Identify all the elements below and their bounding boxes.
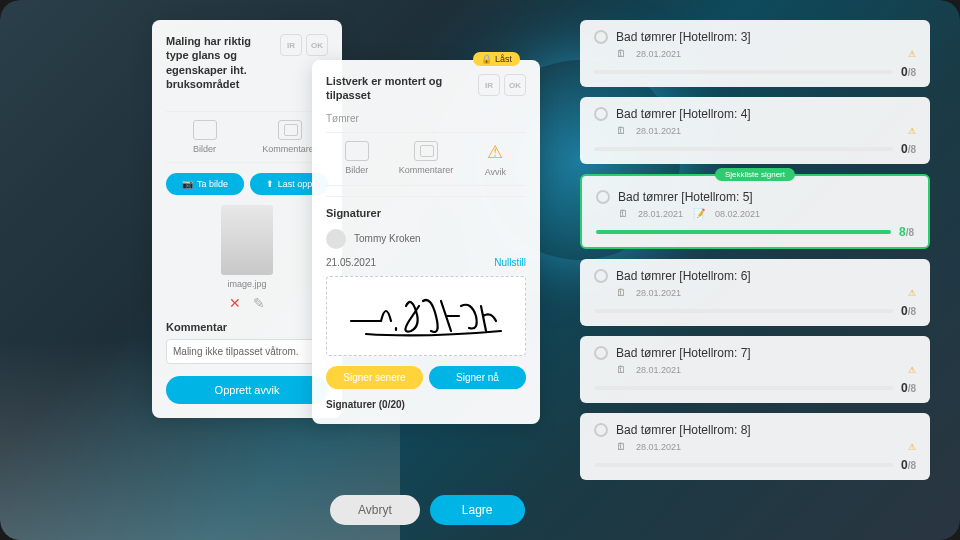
radio-icon[interactable]: [594, 346, 608, 360]
list-item[interactable]: Bad tømrer [Hotellrom: 6] 🗓 28.01.2021 ⚠…: [580, 259, 930, 326]
date-icon: 🗓: [616, 287, 626, 298]
tabs: Bilder Kommentarer: [166, 111, 328, 163]
signed-badge: Sjekkliste signert: [715, 168, 795, 181]
signature-pad[interactable]: [326, 276, 526, 356]
list-item[interactable]: Bad tømrer [Hotellrom: 4] 🗓 28.01.2021 ⚠…: [580, 97, 930, 164]
progress-bar: [594, 147, 893, 151]
checklist-list: Bad tømrer [Hotellrom: 3] 🗓 28.01.2021 ⚠…: [580, 20, 930, 480]
progress-bar: [596, 230, 891, 234]
radio-icon[interactable]: [594, 107, 608, 121]
avatar: [326, 229, 346, 249]
created-date: 28.01.2021: [636, 49, 681, 59]
progress-bar: [594, 386, 893, 390]
image-filename: image.jpg: [166, 279, 328, 289]
signature-drawing: [341, 286, 511, 346]
progress-count: 0/8: [901, 304, 916, 318]
ir-ok-toggle[interactable]: IR OK: [478, 74, 526, 96]
list-item[interactable]: Bad tømrer [Hotellrom: 7] 🗓 28.01.2021 ⚠…: [580, 336, 930, 403]
thumb-actions: ✕ ✎: [166, 295, 328, 311]
upload-icon: ⬆: [266, 179, 274, 189]
locked-badge: 🔒 Låst: [473, 52, 520, 66]
list-item-title: Bad tømrer [Hotellrom: 5]: [618, 190, 753, 204]
signature-date: 21.05.2021: [326, 257, 376, 268]
edit-icon[interactable]: ✎: [253, 295, 265, 311]
created-date: 28.01.2021: [636, 126, 681, 136]
list-item-title: Bad tømrer [Hotellrom: 8]: [616, 423, 751, 437]
signer-name: Tommy Kroken: [354, 233, 421, 244]
progress-bar: [594, 309, 893, 313]
comment-input[interactable]: Maling ikke tilpasset våtrom.: [166, 339, 328, 364]
tabs: Bilder Kommentarer ⚠Avvik: [326, 132, 526, 186]
comment-icon: [414, 141, 438, 161]
created-date: 28.01.2021: [636, 442, 681, 452]
date-icon: 🗓: [616, 125, 626, 136]
sign-later-button[interactable]: Signer senere: [326, 366, 423, 389]
created-date: 28.01.2021: [636, 288, 681, 298]
card-title: Maling har riktig type glans og egenskap…: [166, 34, 280, 91]
progress-count: 0/8: [901, 65, 916, 79]
list-item[interactable]: Sjekkliste signert Bad tømrer [Hotellrom…: [580, 174, 930, 249]
list-item-title: Bad tømrer [Hotellrom: 3]: [616, 30, 751, 44]
created-date: 28.01.2021: [638, 209, 683, 219]
progress-count: 8/8: [899, 225, 914, 239]
tab-bilder[interactable]: Bilder: [326, 141, 387, 177]
image-thumbnail[interactable]: [221, 205, 273, 275]
ok-badge[interactable]: OK: [504, 74, 526, 96]
date-icon: 🗓: [616, 441, 626, 452]
image-icon: [193, 120, 217, 140]
signature-count: Signaturer (0/20): [326, 399, 526, 410]
list-item[interactable]: Bad tømrer [Hotellrom: 3] 🗓 28.01.2021 ⚠…: [580, 20, 930, 87]
reset-link[interactable]: Nullstill: [494, 257, 526, 268]
tab-bilder[interactable]: Bilder: [166, 120, 243, 154]
comment-icon: [278, 120, 302, 140]
bottom-actions: Avbryt Lagre: [330, 495, 525, 525]
edit-date: 08.02.2021: [715, 209, 760, 219]
image-icon: [345, 141, 369, 161]
edit-date-icon: 📝: [693, 208, 705, 219]
progress-count: 0/8: [901, 458, 916, 472]
action-row: 📷Ta bilde ⬆Last opp: [166, 173, 328, 195]
warning-icon: ⚠: [487, 141, 503, 163]
take-photo-button[interactable]: 📷Ta bilde: [166, 173, 244, 195]
save-button[interactable]: Lagre: [430, 495, 525, 525]
progress-bar: [594, 70, 893, 74]
radio-icon[interactable]: [594, 423, 608, 437]
delete-icon[interactable]: ✕: [229, 295, 241, 311]
progress-bar: [594, 463, 893, 467]
ir-badge[interactable]: IR: [478, 74, 500, 96]
sign-now-button[interactable]: Signer nå: [429, 366, 526, 389]
tab-avvik[interactable]: ⚠Avvik: [465, 141, 526, 177]
date-icon: 🗓: [616, 48, 626, 59]
list-item-title: Bad tømrer [Hotellrom: 4]: [616, 107, 751, 121]
radio-icon[interactable]: [594, 30, 608, 44]
create-deviation-button[interactable]: Opprett avvik: [166, 376, 328, 404]
tab-kommentarer[interactable]: Kommentarer: [395, 141, 456, 177]
radio-icon[interactable]: [596, 190, 610, 204]
list-item[interactable]: Bad tømrer [Hotellrom: 8] 🗓 28.01.2021 ⚠…: [580, 413, 930, 480]
cancel-button[interactable]: Avbryt: [330, 495, 420, 525]
list-item-title: Bad tømrer [Hotellrom: 7]: [616, 346, 751, 360]
radio-icon[interactable]: [594, 269, 608, 283]
warning-icon: ⚠: [908, 365, 916, 375]
signature-card: 🔒 Låst Listverk er montert og tilpasset …: [312, 60, 540, 424]
date-icon: 🗓: [618, 208, 628, 219]
warning-icon: ⚠: [908, 49, 916, 59]
date-icon: 🗓: [616, 364, 626, 375]
signature-section: Signaturer Tommy Kroken 21.05.2021 Nulls…: [326, 196, 526, 410]
signatures-label: Signaturer: [326, 207, 526, 219]
warning-icon: ⚠: [908, 288, 916, 298]
warning-icon: ⚠: [908, 126, 916, 136]
ok-badge[interactable]: OK: [306, 34, 328, 56]
ir-badge[interactable]: IR: [280, 34, 302, 56]
created-date: 28.01.2021: [636, 365, 681, 375]
camera-icon: 📷: [182, 179, 193, 189]
role-label: Tømrer: [326, 113, 526, 124]
ir-ok-toggle[interactable]: IR OK: [280, 34, 328, 56]
progress-count: 0/8: [901, 142, 916, 156]
comment-label: Kommentar: [166, 321, 328, 333]
progress-count: 0/8: [901, 381, 916, 395]
card-title: Listverk er montert og tilpasset: [326, 74, 472, 103]
warning-icon: ⚠: [908, 442, 916, 452]
list-item-title: Bad tømrer [Hotellrom: 6]: [616, 269, 751, 283]
